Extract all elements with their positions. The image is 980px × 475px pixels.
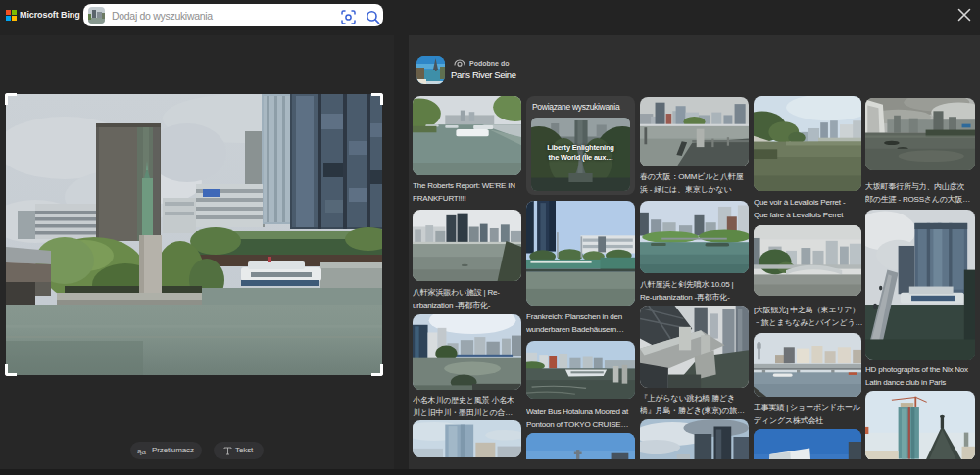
svg-text:ąa: ąa xyxy=(137,447,146,456)
